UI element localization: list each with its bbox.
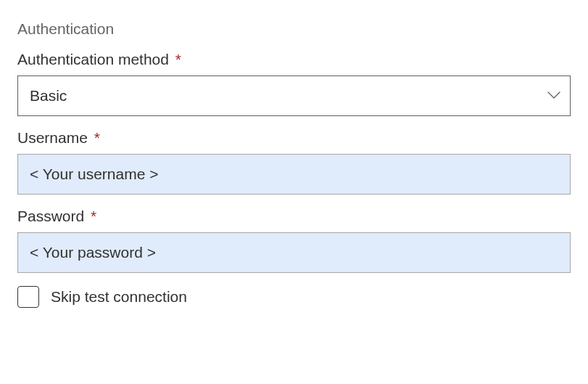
section-title: Authentication xyxy=(17,20,571,38)
username-input[interactable] xyxy=(17,154,571,195)
password-label: Password * xyxy=(17,208,571,225)
skip-test-label[interactable]: Skip test connection xyxy=(51,288,187,306)
required-asterisk: * xyxy=(94,129,100,146)
password-field: Password * xyxy=(17,208,571,273)
username-label: Username * xyxy=(17,129,571,147)
auth-method-select[interactable]: Basic xyxy=(17,75,571,116)
skip-test-row: Skip test connection xyxy=(17,286,571,308)
auth-method-field: Authentication method * Basic xyxy=(17,51,571,116)
username-label-text: Username xyxy=(17,129,88,146)
required-asterisk: * xyxy=(91,208,96,224)
required-asterisk: * xyxy=(175,51,181,68)
username-field: Username * xyxy=(17,129,571,195)
auth-method-select-wrapper: Basic xyxy=(17,75,571,116)
password-label-text: Password xyxy=(17,208,84,224)
auth-method-value: Basic xyxy=(30,87,67,105)
auth-method-label: Authentication method * xyxy=(17,51,571,68)
auth-method-label-text: Authentication method xyxy=(17,51,169,68)
password-input[interactable] xyxy=(17,232,571,273)
skip-test-checkbox[interactable] xyxy=(17,286,39,308)
